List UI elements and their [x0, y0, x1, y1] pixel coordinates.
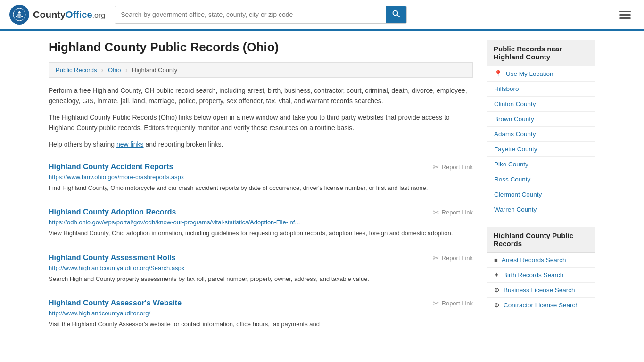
records-sidebar-link-3[interactable]: ⚙ Contractor License Search	[487, 298, 595, 313]
svg-point-1	[17, 13, 21, 17]
records-item-label-0: Arrest Records Search	[502, 256, 566, 263]
use-location-link[interactable]: 📍 Use My Location	[487, 66, 595, 81]
search-button[interactable]	[386, 6, 406, 23]
report-link-3[interactable]: ✂ Report Link	[433, 299, 473, 308]
nearby-link-6[interactable]: Ross County	[487, 172, 595, 187]
records-sidebar-list: ■ Arrest Records Search ✦ Birth Records …	[487, 253, 595, 313]
records-icon-3: ⚙	[494, 302, 500, 309]
nearby-list: 📍 Use My Location HillsboroClinton Count…	[487, 66, 595, 217]
record-desc-1: View Highland County, Ohio adoption info…	[49, 229, 473, 238]
nearby-section-title: Public Records near Highland County	[487, 40, 595, 66]
records-icon-1: ✦	[494, 272, 499, 279]
nearby-item-0[interactable]: Hillsboro	[487, 82, 595, 97]
breadcrumb-sep-2: ›	[125, 66, 127, 74]
new-links-link[interactable]: new links	[116, 140, 144, 148]
report-icon-0: ✂	[433, 163, 439, 172]
report-label-0: Report Link	[442, 164, 473, 171]
pin-icon: 📍	[494, 70, 502, 77]
nearby-item-8[interactable]: Warren County	[487, 202, 595, 217]
record-item-3: Highland County Assessor's Website ✂ Rep…	[49, 291, 473, 337]
records-sidebar-item-3[interactable]: ⚙ Contractor License Search	[487, 298, 595, 313]
records-section-title: Highland County Public Records	[487, 227, 595, 253]
description-2: The Highland County Public Records (Ohio…	[49, 112, 473, 133]
page-title: Highland County Public Records (Ohio)	[49, 40, 473, 55]
nearby-link-3[interactable]: Adams County	[487, 127, 595, 141]
nearby-item-6[interactable]: Ross County	[487, 172, 595, 187]
main-container: Highland County Public Records (Ohio) Pu…	[39, 31, 605, 346]
report-label-1: Report Link	[442, 209, 473, 216]
record-desc-0: Find Highland County, Ohio motorcycle an…	[49, 183, 473, 193]
nearby-item-2[interactable]: Brown County	[487, 112, 595, 127]
nearby-item-4[interactable]: Fayette County	[487, 142, 595, 157]
breadcrumb-sep-1: ›	[101, 66, 103, 74]
nearby-item-7[interactable]: Clermont County	[487, 187, 595, 202]
nearby-link-8[interactable]: Warren County	[487, 202, 595, 217]
description-3: Help others by sharing new links and rep…	[49, 139, 473, 149]
use-location-label: Use My Location	[506, 70, 553, 77]
record-desc-3: Visit the Highland County Assessor's web…	[49, 320, 473, 329]
nearby-item-5[interactable]: Pike County	[487, 157, 595, 172]
content-area: Highland County Public Records (Ohio) Pu…	[49, 40, 473, 337]
report-link-1[interactable]: ✂ Report Link	[433, 208, 473, 217]
breadcrumb: Public Records › Ohio › Highland County	[49, 62, 473, 78]
record-url-1: https://odh.ohio.gov/wps/portal/gov/odh/…	[49, 219, 473, 226]
records-list: Highland County Accident Reports ✂ Repor…	[49, 155, 473, 337]
record-desc-2: Search Highland County property assessme…	[49, 274, 473, 284]
records-sidebar-link-2[interactable]: ⚙ Business License Search	[487, 283, 595, 297]
sidebar: Public Records near Highland County 📍 Us…	[487, 40, 595, 337]
breadcrumb-ohio[interactable]: Ohio	[108, 66, 121, 74]
site-logo[interactable]: CountyOffice.org	[9, 5, 105, 25]
nearby-link-0[interactable]: Hillsboro	[487, 82, 595, 96]
report-icon-2: ✂	[433, 254, 439, 263]
report-label-3: Report Link	[442, 300, 473, 307]
record-header-0: Highland County Accident Reports ✂ Repor…	[49, 163, 473, 172]
search-bar	[115, 6, 407, 24]
record-header-2: Highland County Assessment Rolls ✂ Repor…	[49, 254, 473, 263]
use-location-item[interactable]: 📍 Use My Location	[487, 66, 595, 82]
records-sidebar-link-0[interactable]: ■ Arrest Records Search	[487, 253, 595, 267]
site-header: CountyOffice.org	[0, 0, 644, 31]
records-sidebar-link-1[interactable]: ✦ Birth Records Search	[487, 268, 595, 282]
nearby-link-4[interactable]: Fayette County	[487, 142, 595, 156]
records-item-label-3: Contractor License Search	[504, 302, 579, 309]
report-icon-1: ✂	[433, 208, 439, 217]
search-input[interactable]	[115, 6, 386, 23]
report-link-0[interactable]: ✂ Report Link	[433, 163, 473, 172]
nearby-link-5[interactable]: Pike County	[487, 157, 595, 172]
record-url-0: https://www.bmv.ohio.gov/more-crashrepor…	[49, 173, 473, 181]
record-title-3[interactable]: Highland County Assessor's Website	[49, 299, 182, 307]
records-sidebar-items: ■ Arrest Records Search ✦ Birth Records …	[487, 253, 595, 313]
record-header-1: Highland County Adoption Records ✂ Repor…	[49, 208, 473, 217]
report-link-2[interactable]: ✂ Report Link	[433, 254, 473, 263]
record-item-0: Highland County Accident Reports ✂ Repor…	[49, 155, 473, 201]
logo-icon	[9, 5, 29, 25]
records-sidebar-item-1[interactable]: ✦ Birth Records Search	[487, 268, 595, 283]
nearby-link-2[interactable]: Brown County	[487, 112, 595, 126]
records-icon-2: ⚙	[494, 287, 500, 294]
breadcrumb-public-records[interactable]: Public Records	[56, 66, 97, 74]
record-url-2: http://www.highlandcountyauditor.org/Sea…	[49, 264, 473, 272]
breadcrumb-current: Highland County	[132, 66, 177, 74]
report-label-2: Report Link	[442, 255, 473, 262]
svg-line-3	[397, 15, 400, 17]
record-title-1[interactable]: Highland County Adoption Records	[49, 208, 176, 216]
record-header-3: Highland County Assessor's Website ✂ Rep…	[49, 299, 473, 308]
nearby-item-1[interactable]: Clinton County	[487, 97, 595, 112]
records-sidebar-item-2[interactable]: ⚙ Business License Search	[487, 283, 595, 298]
record-title-0[interactable]: Highland County Accident Reports	[49, 163, 173, 171]
record-url-3: http://www.highlandcountyauditor.org/	[49, 310, 473, 317]
records-sidebar-item-0[interactable]: ■ Arrest Records Search	[487, 253, 595, 268]
record-item-1: Highland County Adoption Records ✂ Repor…	[49, 200, 473, 246]
record-title-2[interactable]: Highland County Assessment Rolls	[49, 254, 176, 262]
nearby-list-items: HillsboroClinton CountyBrown CountyAdams…	[487, 82, 595, 217]
nearby-link-7[interactable]: Clermont County	[487, 187, 595, 202]
record-item-2: Highland County Assessment Rolls ✂ Repor…	[49, 246, 473, 292]
logo-text: CountyOffice.org	[33, 9, 105, 20]
nearby-item-3[interactable]: Adams County	[487, 127, 595, 142]
report-icon-3: ✂	[433, 299, 439, 308]
hamburger-menu[interactable]	[616, 7, 635, 23]
nearby-link-1[interactable]: Clinton County	[487, 97, 595, 111]
records-item-label-2: Business License Search	[504, 287, 575, 294]
description-1: Perform a free Highland County, OH publi…	[49, 85, 473, 107]
records-icon-0: ■	[494, 256, 498, 263]
